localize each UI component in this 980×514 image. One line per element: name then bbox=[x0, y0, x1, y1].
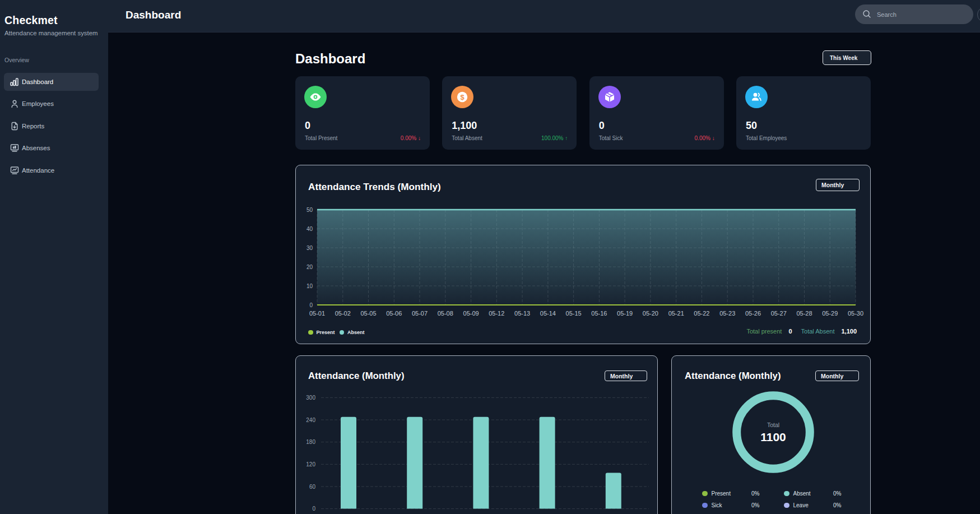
svg-text:180: 180 bbox=[306, 439, 315, 445]
svg-text:05-21: 05-21 bbox=[668, 310, 684, 317]
svg-text:05-29: 05-29 bbox=[822, 310, 838, 317]
svg-text:05-15: 05-15 bbox=[566, 310, 582, 317]
svg-text:$: $ bbox=[461, 93, 465, 101]
svg-text:120: 120 bbox=[306, 461, 315, 467]
svg-text:05-07: 05-07 bbox=[412, 310, 428, 317]
svg-text:1100: 1100 bbox=[760, 430, 786, 443]
svg-text:05-19: 05-19 bbox=[617, 310, 633, 317]
svg-text:20: 20 bbox=[306, 264, 313, 270]
svg-text:Total: Total bbox=[767, 422, 779, 428]
svg-text:10: 10 bbox=[306, 283, 313, 289]
svg-text:05-13: 05-13 bbox=[514, 310, 530, 317]
svg-text:05-27: 05-27 bbox=[771, 310, 787, 317]
svg-text:05-23: 05-23 bbox=[719, 310, 735, 317]
svg-text:240: 240 bbox=[306, 417, 315, 423]
svg-text:05-28: 05-28 bbox=[796, 310, 812, 317]
svg-text:05-02: 05-02 bbox=[335, 310, 351, 317]
svg-text:05-08: 05-08 bbox=[438, 310, 453, 317]
svg-text:05-14: 05-14 bbox=[540, 310, 556, 317]
svg-text:40: 40 bbox=[306, 226, 313, 232]
svg-text:0: 0 bbox=[309, 302, 313, 308]
svg-text:30: 30 bbox=[306, 245, 313, 251]
svg-text:05-26: 05-26 bbox=[745, 310, 761, 317]
svg-text:05-20: 05-20 bbox=[643, 310, 658, 317]
svg-text:05-16: 05-16 bbox=[591, 310, 607, 317]
svg-text:05-30: 05-30 bbox=[848, 310, 863, 317]
svg-text:05-05: 05-05 bbox=[360, 310, 376, 317]
svg-text:05-06: 05-06 bbox=[386, 310, 402, 317]
svg-text:60: 60 bbox=[309, 484, 316, 490]
svg-text:300: 300 bbox=[306, 395, 315, 401]
svg-text:05-22: 05-22 bbox=[694, 310, 709, 317]
svg-text:05-09: 05-09 bbox=[463, 310, 479, 317]
svg-text:05-12: 05-12 bbox=[489, 310, 504, 317]
svg-text:05-01: 05-01 bbox=[309, 310, 325, 317]
svg-text:50: 50 bbox=[306, 207, 313, 213]
svg-text:0: 0 bbox=[312, 506, 315, 512]
